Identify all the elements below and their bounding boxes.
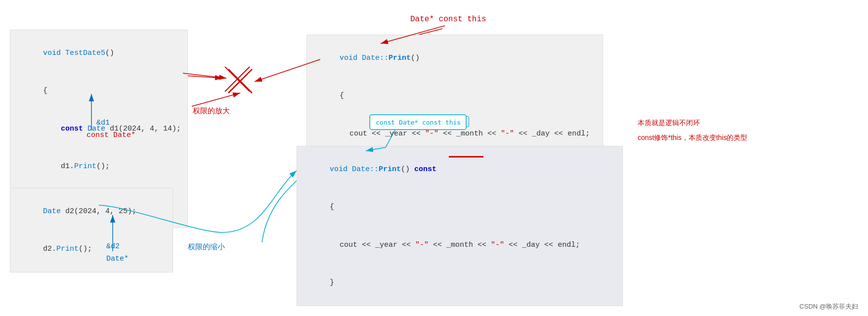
svg-line-12 <box>183 73 226 78</box>
rb-line-1: void Date::Print() const <box>303 150 616 188</box>
code-fn: TestDate5 <box>65 49 105 57</box>
annotation-const-xiushi: const修饰*this，本质改变this的类型 <box>638 134 747 142</box>
rb-line-2: { <box>303 188 616 226</box>
annotation-benzhi-luoji: 本质就是逻辑不闭环 <box>638 119 700 128</box>
annotation-and-d2: &d2 <box>106 242 120 251</box>
rb-line-3: cout << _year << "-" << _month << "-" <<… <box>303 226 616 264</box>
code-block-bottom-left: Date d2(2024, 4, 25); d2.Print(); <box>10 188 173 272</box>
svg-line-5 <box>225 67 250 91</box>
bl-line-1: Date d2(2024, 4, 25); <box>16 192 167 230</box>
annotation-date-ptr: Date* <box>106 255 129 263</box>
annotation-quanxian-suoxiao: 权限的缩小 <box>188 242 225 252</box>
watermark: CSDN @唤苏菲夫妇 <box>799 302 858 311</box>
code-void: void <box>43 49 65 57</box>
annotation-quanxian-fangda: 权限的放大 <box>193 106 230 116</box>
code-line-4: d1.Print(); <box>16 148 181 186</box>
annotation-const-date-ptr: const Date* <box>87 131 135 139</box>
code-block-right-bottom: void Date::Print() const { cout << _year… <box>297 146 623 306</box>
rb-line-4: } <box>303 264 616 302</box>
annotation-date-const-this-top: Date* const this <box>410 15 486 24</box>
code-line-3: const Date d1(2024, 4, 14); <box>16 110 181 148</box>
main-canvas: void TestDate5() { const Date d1(2024, 4… <box>0 0 868 316</box>
bl-line-2: d2.Print(); <box>16 230 167 269</box>
svg-line-10 <box>228 69 252 93</box>
rt-line-2: { <box>313 77 597 115</box>
annotation-and-d1: &d1 <box>96 119 110 127</box>
code-line-2: { <box>16 72 181 110</box>
rt-line-1: void Date::Print() <box>313 39 597 77</box>
code-line-1: void TestDate5() <box>16 34 181 72</box>
svg-line-14 <box>192 93 240 106</box>
annotation-const-date-const-this-top: const Date* const this <box>371 116 469 127</box>
svg-line-4 <box>225 67 250 91</box>
svg-line-11 <box>228 69 252 93</box>
